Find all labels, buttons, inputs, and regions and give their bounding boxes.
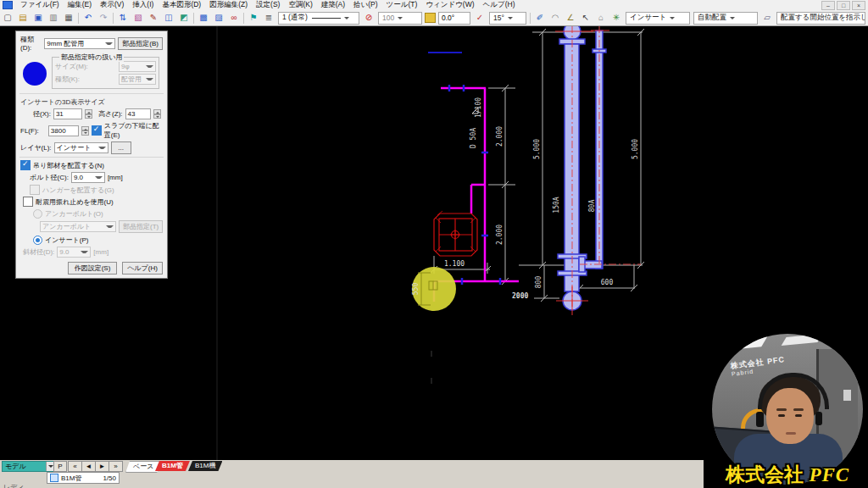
dia-field[interactable]: 31 xyxy=(53,108,82,119)
slope-label: 1/100 xyxy=(475,97,482,118)
menu-hvac[interactable]: 空調(K) xyxy=(284,0,316,10)
sheet-name: B1M管 xyxy=(61,474,81,483)
dia-spinner[interactable] xyxy=(85,109,92,119)
page-button[interactable]: P xyxy=(53,461,67,472)
scale-lock-icon[interactable]: ⊘ xyxy=(362,11,376,25)
menu-tools[interactable]: ツール(T) xyxy=(382,0,422,10)
tab-b1m-pipe[interactable]: B1M管 xyxy=(155,461,190,471)
size3d-title: インサートの3D表示サイズ xyxy=(20,97,105,107)
menu-architecture[interactable]: 建築(A) xyxy=(317,0,349,10)
close-button[interactable]: × xyxy=(852,1,865,10)
part-mode-select[interactable]: インサート xyxy=(626,12,690,25)
undo-icon[interactable]: ↶ xyxy=(81,11,96,25)
quake-check-label: 耐震用振れ止めを使用(U) xyxy=(36,197,114,207)
nav-last-button[interactable]: » xyxy=(108,461,123,472)
parts-select-button[interactable]: 部品指定(B) xyxy=(118,37,163,50)
open-folder-icon[interactable]: ▤ xyxy=(16,11,31,25)
dia-label: 径(X): xyxy=(33,109,51,119)
brush-icon[interactable]: ✎ xyxy=(147,11,161,25)
layers-icon[interactable]: ≣ xyxy=(262,11,276,25)
divider xyxy=(19,93,164,94)
ready-status: レディ xyxy=(3,483,25,488)
anchor-radio-label: アンカーボルト(O) xyxy=(45,209,103,219)
menu-help[interactable]: ヘルプ(H) xyxy=(479,0,520,10)
fl-spinner[interactable] xyxy=(81,126,89,136)
brace-unit: [mm] xyxy=(93,248,108,256)
type-select[interactable]: 9mm 配管用 xyxy=(44,38,115,49)
color-window-icon[interactable]: ◩ xyxy=(177,11,192,25)
help-button[interactable]: ヘルプ(H) xyxy=(122,262,163,274)
menu-takeoff[interactable]: 拾い(P) xyxy=(349,0,382,10)
line-style-select[interactable]: 1 (通常) xyxy=(278,12,359,25)
angle-tool-icon[interactable] xyxy=(425,13,436,23)
menu-settings[interactable]: 設定(S) xyxy=(252,0,284,10)
chevron-down-icon xyxy=(95,176,103,181)
equipment-red xyxy=(434,211,477,256)
layer-more-button[interactable]: ... xyxy=(111,141,131,154)
link-icon[interactable]: ∞ xyxy=(227,11,242,25)
restore-button[interactable]: □ xyxy=(837,1,850,10)
menu-file[interactable]: ファイル(F) xyxy=(16,0,64,10)
type-label: 種類(D): xyxy=(20,35,42,52)
new-file-icon[interactable]: ▢ xyxy=(1,11,15,25)
model-select[interactable]: モデル xyxy=(2,461,55,472)
scale-select[interactable]: 100 xyxy=(378,12,422,25)
dim-5000-left: 5.000 xyxy=(533,139,541,159)
print-icon[interactable]: ▦ xyxy=(62,11,76,25)
menu-basic-shapes[interactable]: 基本図形(D) xyxy=(158,0,205,10)
anchor-select: アンカーボルト xyxy=(40,221,116,232)
polygon-icon[interactable]: ⌂ xyxy=(594,11,609,25)
brace-value: 9.0 xyxy=(59,248,69,256)
insert-radio[interactable] xyxy=(33,236,42,245)
grid-window-icon[interactable]: ◫ xyxy=(162,11,176,25)
lift-icon[interactable]: ⇅ xyxy=(116,11,131,25)
nav-next-button[interactable]: ► xyxy=(95,461,109,472)
angle-field[interactable]: 0.0° xyxy=(438,12,470,25)
current-sheet[interactable]: B1M管 1/50 xyxy=(47,472,120,484)
save-icon[interactable]: ▣ xyxy=(31,11,46,25)
fl-field[interactable]: 3800 xyxy=(48,125,79,136)
pen-icon[interactable]: ✐ xyxy=(533,11,548,25)
placement-mode-select[interactable]: 自動配置 xyxy=(693,12,758,25)
insert-preview xyxy=(20,57,49,91)
export-icon[interactable]: ▥ xyxy=(47,11,61,25)
flag-icon[interactable]: ⚑ xyxy=(247,11,261,25)
menu-view[interactable]: 表示(V) xyxy=(96,0,128,10)
snap-angle-icon[interactable]: ✓ xyxy=(473,11,487,25)
divider xyxy=(19,157,164,158)
redo-icon[interactable]: ↷ xyxy=(97,11,111,25)
measure-icon[interactable]: ∠ xyxy=(564,11,578,25)
image-icon[interactable]: ▧ xyxy=(131,11,146,25)
minimize-button[interactable]: – xyxy=(821,1,835,10)
menu-window[interactable]: ウィンドウ(W) xyxy=(421,0,478,10)
dia-value: 31 xyxy=(56,110,64,118)
quake-checkbox[interactable] xyxy=(23,197,33,207)
menu-shape-edit[interactable]: 図形編集(Z) xyxy=(205,0,252,10)
hanger-checkbox xyxy=(30,185,40,195)
draw-settings-button[interactable]: 作図設定(S) xyxy=(68,262,117,274)
layer-select[interactable]: インサート xyxy=(54,142,108,153)
chevron-down-icon xyxy=(508,17,513,22)
nav-prev-button[interactable]: ◄ xyxy=(81,461,96,472)
type-value: 9mm 配管用 xyxy=(47,39,84,48)
height-spinner[interactable] xyxy=(153,109,161,119)
menu-insert[interactable]: 挿入(I) xyxy=(128,0,158,10)
person-eyebrow xyxy=(776,408,787,411)
bolt-select[interactable]: 9.0 xyxy=(71,172,105,183)
cursor-icon[interactable]: ↖ xyxy=(579,11,593,25)
height-field[interactable]: 43 xyxy=(125,108,151,119)
snap-angle-select[interactable]: 15° xyxy=(489,12,526,25)
slab-checkbox[interactable] xyxy=(92,125,102,136)
node-icon[interactable]: ✳ xyxy=(609,11,624,25)
tab-b1m-equipment[interactable]: B1M機 xyxy=(188,461,222,471)
table-icon[interactable]: ▩ xyxy=(197,11,211,25)
hang-checkbox[interactable] xyxy=(20,160,31,170)
nav-first-button[interactable]: « xyxy=(68,461,82,472)
arc-icon[interactable]: ◠ xyxy=(548,11,563,25)
anchor-value: アンカーボルト xyxy=(42,222,91,231)
line-style-value: 1 (通常) xyxy=(282,13,308,23)
table-alt-icon[interactable]: ▨ xyxy=(212,11,226,25)
menu-edit[interactable]: 編集(E) xyxy=(64,0,96,10)
chevron-down-icon xyxy=(146,78,153,83)
dim-800: 800 xyxy=(535,276,542,289)
